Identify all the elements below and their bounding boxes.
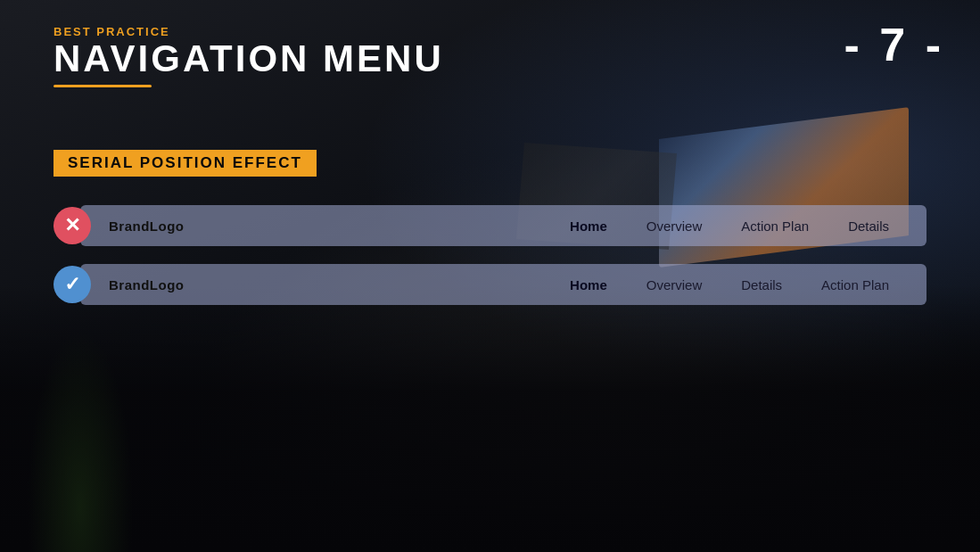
good-nav-item-details[interactable]: Details: [721, 277, 802, 292]
bad-icon: ✕: [54, 207, 91, 244]
bad-nav-item-home[interactable]: Home: [550, 218, 627, 234]
nav-examples: ✕ BrandLogo Home Overview Action Plan De…: [54, 205, 926, 323]
header: BEST PRACTICE NAVIGATION MENU: [54, 25, 444, 87]
good-nav-items: Home Overview Details Action Plan: [550, 277, 909, 292]
good-nav-bar: BrandLogo Home Overview Details Action P…: [80, 264, 926, 305]
bad-nav-item-details[interactable]: Details: [828, 218, 909, 234]
good-nav-item-action-plan[interactable]: Action Plan: [802, 277, 909, 292]
bad-nav-item-overview[interactable]: Overview: [627, 218, 722, 234]
bad-nav-bar: BrandLogo Home Overview Action Plan Deta…: [80, 205, 926, 246]
title-underline: [54, 85, 152, 87]
bad-nav-item-action-plan[interactable]: Action Plan: [721, 218, 828, 234]
bad-nav-items: Home Overview Action Plan Details: [550, 218, 909, 234]
good-nav-item-overview[interactable]: Overview: [627, 277, 722, 292]
bad-brand-logo: BrandLogo: [102, 218, 185, 234]
good-example-row: ✓ BrandLogo Home Overview Details Action…: [54, 264, 926, 305]
bad-example-row: ✕ BrandLogo Home Overview Action Plan De…: [54, 205, 926, 246]
section-label: SERIAL POSITION EFFECT: [54, 150, 317, 177]
good-brand-logo: BrandLogo: [102, 277, 185, 292]
main-title: NAVIGATION MENU: [54, 40, 444, 78]
good-icon: ✓: [54, 266, 91, 303]
good-nav-item-home[interactable]: Home: [550, 277, 627, 292]
slide-number: - 7 -: [844, 18, 944, 71]
best-practice-label: BEST PRACTICE: [54, 25, 444, 38]
content-wrapper: BEST PRACTICE NAVIGATION MENU - 7 - SERI…: [0, 0, 980, 552]
